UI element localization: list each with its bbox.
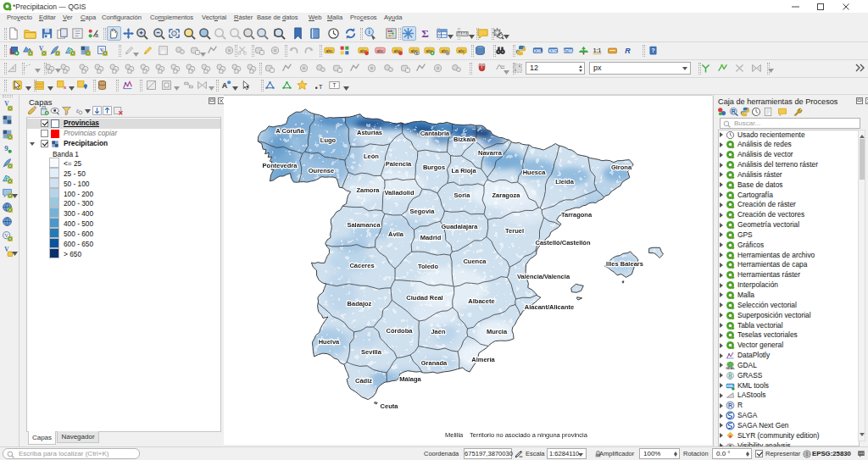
svg-text:Madrid: Madrid — [420, 234, 442, 241]
svg-text:Burgos: Burgos — [423, 163, 445, 171]
svg-text:Cáceres: Cáceres — [349, 262, 374, 269]
svg-text:Cuenca: Cuenca — [463, 258, 487, 265]
svg-text:A: A — [222, 81, 228, 90]
svg-text:Toledo: Toledo — [418, 263, 438, 270]
svg-text:Segovia: Segovia — [410, 208, 436, 215]
svg-text:T: T — [319, 83, 323, 91]
svg-text:?: ? — [651, 47, 655, 54]
svg-text:Soria: Soria — [454, 191, 471, 199]
svg-text:Alacant/Alicante: Alacant/Alicante — [525, 303, 574, 311]
svg-text:Σ: Σ — [421, 27, 429, 40]
svg-text:1:1: 1:1 — [593, 47, 602, 53]
svg-text:i: i — [369, 28, 370, 36]
svg-text:Ciudad Real: Ciudad Real — [406, 294, 442, 302]
svg-text:Pontevedra: Pontevedra — [263, 162, 298, 169]
svg-text:León: León — [364, 152, 379, 160]
svg-text:València/Valencia: València/Valencia — [517, 273, 570, 280]
svg-text:Lleida: Lleida — [555, 178, 575, 186]
svg-text:abc: abc — [377, 49, 384, 53]
svg-text:Ceuta: Ceuta — [381, 402, 399, 410]
svg-text:Granada: Granada — [421, 359, 448, 367]
svg-text:Córdoba: Córdoba — [387, 327, 414, 335]
svg-text:Navarra: Navarra — [478, 149, 503, 157]
svg-text:KML: KML — [534, 49, 542, 53]
svg-text:R: R — [732, 108, 736, 114]
svg-text:Murcia: Murcia — [487, 328, 508, 335]
svg-text:Huesca: Huesca — [523, 169, 547, 176]
svg-text:Lugo: Lugo — [320, 136, 337, 144]
svg-text:R: R — [728, 402, 732, 408]
svg-text:Jaén: Jaén — [431, 328, 446, 335]
svg-text:Ávila: Ávila — [388, 230, 404, 238]
svg-text:Guadalajara: Guadalajara — [442, 223, 479, 230]
svg-text:Zamora: Zamora — [356, 186, 380, 194]
svg-text:GDAL: GDAL — [726, 366, 735, 369]
svg-text:Almería: Almería — [471, 356, 495, 363]
svg-text:abc: abc — [326, 49, 333, 53]
svg-text:A Coruña: A Coruña — [275, 127, 304, 135]
svg-text:Málaga: Málaga — [399, 375, 421, 383]
svg-text:Cádiz: Cádiz — [355, 377, 372, 385]
svg-text:Ourense: Ourense — [309, 167, 334, 175]
svg-text:R: R — [625, 47, 631, 55]
svg-text:HTML: HTML — [563, 49, 574, 53]
svg-text:Valladolid: Valladolid — [384, 189, 414, 197]
svg-text:Territorio no asociado a ningu: Territorio no asociado a ninguna provinc… — [470, 431, 588, 439]
svg-text:Huelva: Huelva — [319, 338, 340, 346]
svg-text:Badajoz: Badajoz — [348, 300, 372, 308]
svg-text:Albacete: Albacete — [468, 297, 494, 305]
svg-text:Zaragoza: Zaragoza — [492, 191, 521, 199]
svg-text:x: x — [64, 85, 67, 90]
svg-text:KMZ: KMZ — [549, 49, 558, 53]
svg-text:Girona: Girona — [611, 163, 632, 171]
svg-text:Melilla: Melilla — [445, 431, 464, 439]
svg-text:Bizkaia: Bizkaia — [453, 136, 476, 143]
svg-text:Palencia: Palencia — [386, 160, 412, 168]
svg-text:Salamanca: Salamanca — [347, 221, 381, 229]
svg-text:Illes Balears: Illes Balears — [606, 260, 643, 268]
svg-text:Asturias: Asturias — [357, 129, 382, 136]
svg-text:Castelló/Castellón: Castelló/Castellón — [535, 239, 590, 247]
svg-text:Tarragona: Tarragona — [561, 211, 593, 219]
svg-text:La Rioja: La Rioja — [451, 167, 476, 175]
svg-text:Teruel: Teruel — [505, 227, 524, 235]
svg-text:a: a — [95, 32, 98, 38]
svg-text:Sevilla: Sevilla — [361, 348, 382, 356]
svg-text:Cantabria: Cantabria — [420, 130, 450, 137]
svg-text:T: T — [333, 82, 337, 88]
